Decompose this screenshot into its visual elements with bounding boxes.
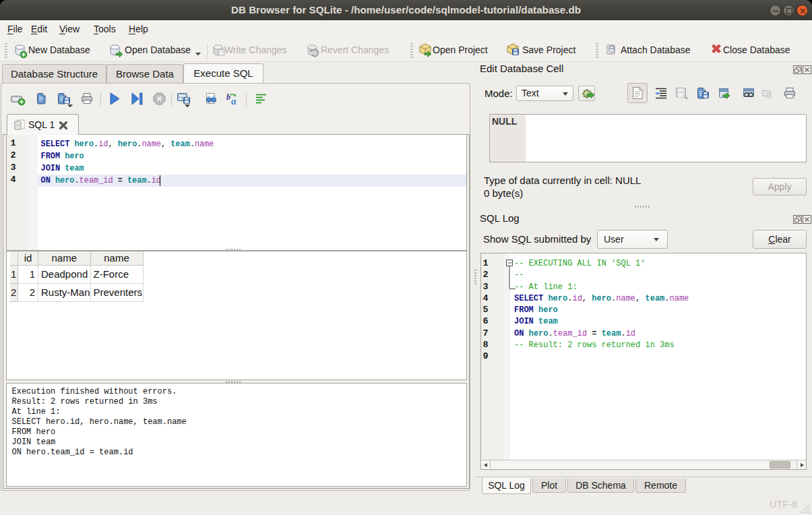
svg-text:b: b [226, 92, 230, 102]
svg-text:a: a [231, 96, 237, 107]
